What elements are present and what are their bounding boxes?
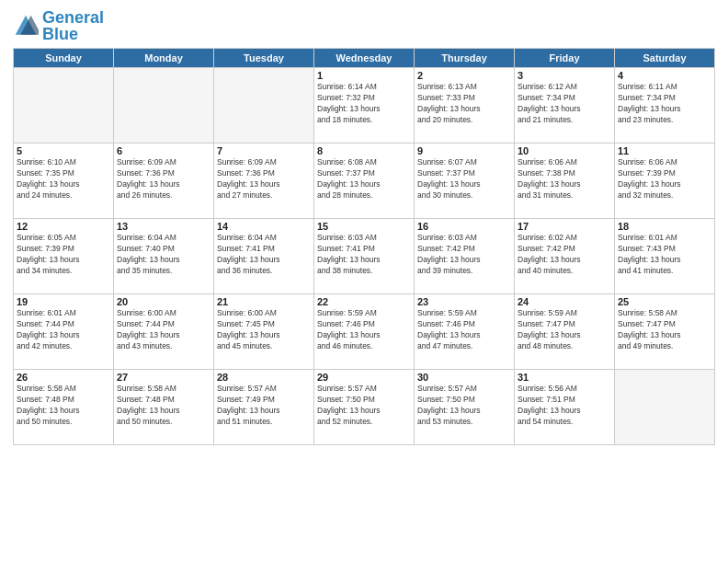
weekday-header-monday: Monday xyxy=(114,49,214,68)
calendar-cell: 31Sunrise: 5:56 AM Sunset: 7:51 PM Dayli… xyxy=(515,370,615,445)
day-info: Sunrise: 6:03 AM Sunset: 7:41 PM Dayligh… xyxy=(317,233,411,277)
day-info: Sunrise: 5:59 AM Sunset: 7:47 PM Dayligh… xyxy=(518,308,611,352)
day-number: 10 xyxy=(518,145,611,156)
day-number: 28 xyxy=(217,372,311,383)
day-number: 4 xyxy=(618,70,711,81)
header: GeneralBlue xyxy=(13,9,715,42)
calendar-cell: 12Sunrise: 6:05 AM Sunset: 7:39 PM Dayli… xyxy=(14,219,114,294)
calendar-cell: 27Sunrise: 5:58 AM Sunset: 7:48 PM Dayli… xyxy=(114,370,214,445)
day-info: Sunrise: 6:01 AM Sunset: 7:44 PM Dayligh… xyxy=(17,308,110,352)
day-info: Sunrise: 6:03 AM Sunset: 7:42 PM Dayligh… xyxy=(417,233,511,277)
calendar-cell: 3Sunrise: 6:12 AM Sunset: 7:34 PM Daylig… xyxy=(515,68,615,144)
day-number: 6 xyxy=(117,145,210,156)
calendar-cell: 10Sunrise: 6:06 AM Sunset: 7:38 PM Dayli… xyxy=(515,144,615,219)
day-number: 14 xyxy=(217,221,311,232)
day-number: 16 xyxy=(417,221,511,232)
weekday-header-row: SundayMondayTuesdayWednesdayThursdayFrid… xyxy=(14,49,715,68)
day-info: Sunrise: 6:00 AM Sunset: 7:44 PM Dayligh… xyxy=(117,308,210,352)
day-number: 25 xyxy=(618,296,711,307)
week-row-3: 19Sunrise: 6:01 AM Sunset: 7:44 PM Dayli… xyxy=(14,294,715,370)
weekday-header-sunday: Sunday xyxy=(14,49,114,68)
day-info: Sunrise: 6:06 AM Sunset: 7:39 PM Dayligh… xyxy=(618,157,711,201)
day-number: 20 xyxy=(117,296,210,307)
calendar-cell: 7Sunrise: 6:09 AM Sunset: 7:36 PM Daylig… xyxy=(214,144,314,219)
week-row-0: 1Sunrise: 6:14 AM Sunset: 7:32 PM Daylig… xyxy=(14,68,715,144)
day-number: 26 xyxy=(17,372,110,383)
day-number: 5 xyxy=(17,145,110,156)
day-info: Sunrise: 6:02 AM Sunset: 7:42 PM Dayligh… xyxy=(518,233,611,277)
weekday-header-thursday: Thursday xyxy=(415,49,515,68)
weekday-header-wednesday: Wednesday xyxy=(314,49,415,68)
calendar-cell: 8Sunrise: 6:08 AM Sunset: 7:37 PM Daylig… xyxy=(314,144,415,219)
day-info: Sunrise: 5:57 AM Sunset: 7:49 PM Dayligh… xyxy=(217,384,311,428)
day-number: 15 xyxy=(317,221,411,232)
calendar-cell: 19Sunrise: 6:01 AM Sunset: 7:44 PM Dayli… xyxy=(14,294,114,370)
page: GeneralBlue SundayMondayTuesdayWednesday… xyxy=(0,0,728,563)
calendar-cell: 21Sunrise: 6:00 AM Sunset: 7:45 PM Dayli… xyxy=(214,294,314,370)
calendar-cell: 13Sunrise: 6:04 AM Sunset: 7:40 PM Dayli… xyxy=(114,219,214,294)
day-number: 12 xyxy=(17,221,110,232)
week-row-4: 26Sunrise: 5:58 AM Sunset: 7:48 PM Dayli… xyxy=(14,370,715,445)
day-number: 27 xyxy=(117,372,210,383)
day-info: Sunrise: 6:08 AM Sunset: 7:37 PM Dayligh… xyxy=(317,157,411,201)
day-info: Sunrise: 6:09 AM Sunset: 7:36 PM Dayligh… xyxy=(217,157,311,201)
day-info: Sunrise: 6:01 AM Sunset: 7:43 PM Dayligh… xyxy=(618,233,711,277)
calendar-cell: 2Sunrise: 6:13 AM Sunset: 7:33 PM Daylig… xyxy=(415,68,515,144)
calendar-cell: 11Sunrise: 6:06 AM Sunset: 7:39 PM Dayli… xyxy=(615,144,715,219)
day-number: 21 xyxy=(217,296,311,307)
calendar-cell: 18Sunrise: 6:01 AM Sunset: 7:43 PM Dayli… xyxy=(615,219,715,294)
calendar-cell: 4Sunrise: 6:11 AM Sunset: 7:34 PM Daylig… xyxy=(615,68,715,144)
day-info: Sunrise: 6:04 AM Sunset: 7:41 PM Dayligh… xyxy=(217,233,311,277)
calendar-cell: 17Sunrise: 6:02 AM Sunset: 7:42 PM Dayli… xyxy=(515,219,615,294)
calendar-cell: 9Sunrise: 6:07 AM Sunset: 7:37 PM Daylig… xyxy=(415,144,515,219)
calendar-table: SundayMondayTuesdayWednesdayThursdayFrid… xyxy=(13,48,715,445)
day-number: 7 xyxy=(217,145,311,156)
calendar-cell: 16Sunrise: 6:03 AM Sunset: 7:42 PM Dayli… xyxy=(415,219,515,294)
day-info: Sunrise: 5:59 AM Sunset: 7:46 PM Dayligh… xyxy=(317,308,411,352)
day-info: Sunrise: 5:58 AM Sunset: 7:48 PM Dayligh… xyxy=(117,384,210,428)
day-number: 13 xyxy=(117,221,210,232)
logo-icon xyxy=(13,13,39,39)
day-info: Sunrise: 6:12 AM Sunset: 7:34 PM Dayligh… xyxy=(518,82,611,126)
day-info: Sunrise: 5:59 AM Sunset: 7:46 PM Dayligh… xyxy=(417,308,511,352)
day-info: Sunrise: 6:09 AM Sunset: 7:36 PM Dayligh… xyxy=(117,157,210,201)
day-number: 31 xyxy=(518,372,611,383)
logo: GeneralBlue xyxy=(13,9,104,42)
day-number: 3 xyxy=(518,70,611,81)
calendar-cell: 5Sunrise: 6:10 AM Sunset: 7:35 PM Daylig… xyxy=(14,144,114,219)
calendar-cell: 1Sunrise: 6:14 AM Sunset: 7:32 PM Daylig… xyxy=(314,68,415,144)
day-info: Sunrise: 5:57 AM Sunset: 7:50 PM Dayligh… xyxy=(417,384,511,428)
calendar-cell: 25Sunrise: 5:58 AM Sunset: 7:47 PM Dayli… xyxy=(615,294,715,370)
day-info: Sunrise: 6:05 AM Sunset: 7:39 PM Dayligh… xyxy=(17,233,110,277)
calendar-cell xyxy=(114,68,214,144)
day-number: 11 xyxy=(618,145,711,156)
calendar-cell: 26Sunrise: 5:58 AM Sunset: 7:48 PM Dayli… xyxy=(14,370,114,445)
day-info: Sunrise: 6:14 AM Sunset: 7:32 PM Dayligh… xyxy=(317,82,411,126)
day-number: 30 xyxy=(417,372,511,383)
calendar-cell: 22Sunrise: 5:59 AM Sunset: 7:46 PM Dayli… xyxy=(314,294,415,370)
calendar-cell: 29Sunrise: 5:57 AM Sunset: 7:50 PM Dayli… xyxy=(314,370,415,445)
calendar-cell: 15Sunrise: 6:03 AM Sunset: 7:41 PM Dayli… xyxy=(314,219,415,294)
day-number: 2 xyxy=(417,70,511,81)
day-info: Sunrise: 5:58 AM Sunset: 7:47 PM Dayligh… xyxy=(618,308,711,352)
calendar-cell: 28Sunrise: 5:57 AM Sunset: 7:49 PM Dayli… xyxy=(214,370,314,445)
day-info: Sunrise: 6:06 AM Sunset: 7:38 PM Dayligh… xyxy=(518,157,611,201)
day-info: Sunrise: 6:00 AM Sunset: 7:45 PM Dayligh… xyxy=(217,308,311,352)
day-info: Sunrise: 5:56 AM Sunset: 7:51 PM Dayligh… xyxy=(518,384,611,428)
day-number: 29 xyxy=(317,372,411,383)
day-number: 8 xyxy=(317,145,411,156)
calendar-cell xyxy=(214,68,314,144)
day-number: 18 xyxy=(618,221,711,232)
calendar-cell: 23Sunrise: 5:59 AM Sunset: 7:46 PM Dayli… xyxy=(415,294,515,370)
day-info: Sunrise: 5:58 AM Sunset: 7:48 PM Dayligh… xyxy=(17,384,110,428)
day-number: 23 xyxy=(417,296,511,307)
calendar-cell xyxy=(615,370,715,445)
calendar-cell xyxy=(14,68,114,144)
logo-text: GeneralBlue xyxy=(42,9,104,42)
calendar-cell: 30Sunrise: 5:57 AM Sunset: 7:50 PM Dayli… xyxy=(415,370,515,445)
day-number: 24 xyxy=(518,296,611,307)
calendar-cell: 20Sunrise: 6:00 AM Sunset: 7:44 PM Dayli… xyxy=(114,294,214,370)
day-number: 19 xyxy=(17,296,110,307)
day-info: Sunrise: 6:10 AM Sunset: 7:35 PM Dayligh… xyxy=(17,157,110,201)
day-number: 22 xyxy=(317,296,411,307)
